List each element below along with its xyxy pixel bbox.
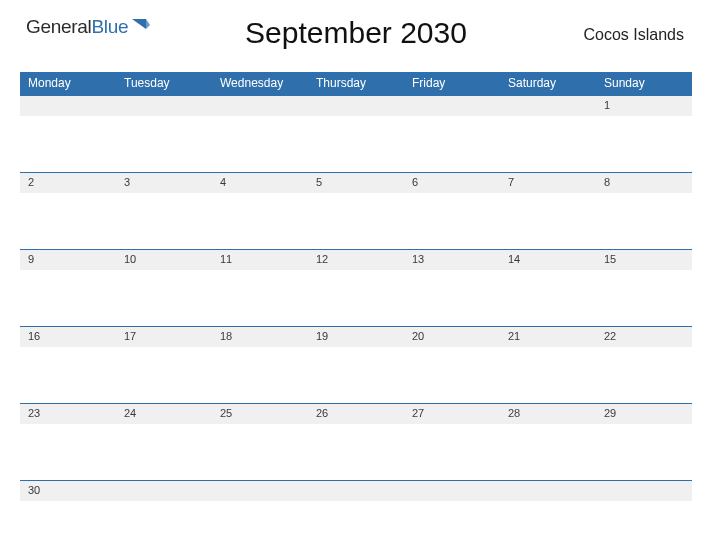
region-label: Cocos Islands [584,26,685,44]
day-body-cell [500,501,596,537]
day-body-cell [212,501,308,537]
calendar-week-body [20,501,692,537]
day-body-cell [308,270,404,326]
day-body-cell [20,424,116,480]
date-cell [500,481,596,501]
date-cell: 25 [212,404,308,424]
day-header-row: Monday Tuesday Wednesday Thursday Friday… [20,72,692,95]
day-body-cell [404,424,500,480]
date-cell: 9 [20,250,116,270]
day-body-cell [404,270,500,326]
calendar-week-dates: 23 24 25 26 27 28 29 [20,403,692,424]
date-cell: 14 [500,250,596,270]
day-body-cell [20,116,116,172]
date-cell [500,96,596,116]
calendar-header: GeneralBlue September 2030 Cocos Islands [20,12,692,66]
day-body-cell [212,347,308,403]
day-body-cell [308,193,404,249]
logo-prefix: General [26,16,92,37]
day-body-cell [20,347,116,403]
date-cell [596,481,692,501]
day-body-cell [596,270,692,326]
day-body-cell [500,116,596,172]
calendar-week-body [20,270,692,326]
day-body-cell [20,270,116,326]
day-body-cell [308,501,404,537]
date-cell: 28 [500,404,596,424]
day-body-cell [20,501,116,537]
day-body-cell [596,116,692,172]
date-cell [116,96,212,116]
logo-text: GeneralBlue [26,16,128,38]
day-body-cell [500,347,596,403]
day-body-cell [116,193,212,249]
date-cell [116,481,212,501]
date-cell [212,96,308,116]
date-cell: 27 [404,404,500,424]
date-cell: 26 [308,404,404,424]
day-header-cell: Sunday [596,72,692,95]
day-body-cell [212,424,308,480]
day-body-cell [404,347,500,403]
date-cell [212,481,308,501]
date-cell: 16 [20,327,116,347]
date-cell: 21 [500,327,596,347]
day-body-cell [596,193,692,249]
day-header-cell: Wednesday [212,72,308,95]
day-body-cell [500,424,596,480]
day-header-cell: Tuesday [116,72,212,95]
date-cell: 3 [116,173,212,193]
day-body-cell [596,424,692,480]
date-cell: 23 [20,404,116,424]
date-cell: 13 [404,250,500,270]
date-cell: 2 [20,173,116,193]
day-body-cell [212,193,308,249]
date-cell: 30 [20,481,116,501]
date-cell [308,481,404,501]
day-header-cell: Monday [20,72,116,95]
date-cell: 10 [116,250,212,270]
calendar-week-dates: 30 [20,480,692,501]
day-body-cell [116,424,212,480]
calendar-week-body [20,193,692,249]
day-body-cell [500,193,596,249]
date-cell: 6 [404,173,500,193]
date-cell: 17 [116,327,212,347]
calendar-week-dates: 1 [20,95,692,116]
day-body-cell [596,347,692,403]
logo-suffix: Blue [92,16,129,37]
date-cell: 4 [212,173,308,193]
day-body-cell [212,270,308,326]
date-cell: 22 [596,327,692,347]
day-body-cell [500,270,596,326]
date-cell: 18 [212,327,308,347]
day-body-cell [308,424,404,480]
date-cell: 11 [212,250,308,270]
day-body-cell [404,193,500,249]
day-body-cell [596,501,692,537]
page-fold-icon [132,19,150,41]
calendar-week-body [20,116,692,172]
day-body-cell [116,270,212,326]
date-cell: 29 [596,404,692,424]
calendar-week-dates: 9 10 11 12 13 14 15 [20,249,692,270]
day-header-cell: Friday [404,72,500,95]
date-cell: 12 [308,250,404,270]
date-cell: 19 [308,327,404,347]
date-cell [308,96,404,116]
date-cell: 15 [596,250,692,270]
day-body-cell [308,347,404,403]
day-body-cell [404,116,500,172]
day-body-cell [20,193,116,249]
day-body-cell [116,347,212,403]
day-body-cell [116,501,212,537]
day-body-cell [308,116,404,172]
day-body-cell [212,116,308,172]
date-cell [20,96,116,116]
calendar-week-body [20,424,692,480]
day-body-cell [116,116,212,172]
date-cell: 8 [596,173,692,193]
date-cell: 7 [500,173,596,193]
calendar-grid: Monday Tuesday Wednesday Thursday Friday… [20,72,692,537]
brand-logo: GeneralBlue [26,16,150,41]
